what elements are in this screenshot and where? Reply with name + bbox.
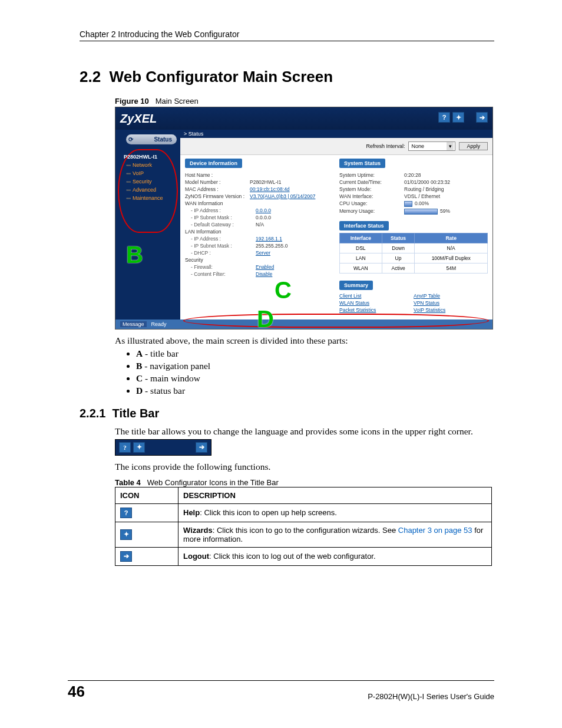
interface-status-table: InterfaceStatusRate DSLDownN/ALANUp100M/… (339, 233, 488, 274)
zyxel-logo: ZyXEL (120, 112, 157, 126)
device-info-row: - IP Subnet Mask :0.0.0.0 (185, 214, 333, 221)
list-item: C - main window (136, 373, 494, 384)
system-status-row: Current Date/Time:01/01/2000 00:23:32 (339, 179, 488, 186)
device-info-link[interactable]: 192.168.1.1 (256, 236, 282, 242)
statusbar-label: Message (120, 321, 147, 327)
table-row: ?Help: Click this icon to open up help s… (115, 503, 492, 522)
summary-link[interactable]: Packet Statistics (339, 307, 414, 314)
ss-nav-panel: ⟳Status P2802HWL-I1 NetworkVoIPSecurityA… (115, 130, 180, 319)
refresh-interval-select[interactable]: None (408, 141, 455, 151)
system-status-row: WAN Interface:VDSL / Ethernet (339, 193, 488, 200)
list-item: D - status bar (136, 386, 494, 396)
wizard-icon[interactable]: ✦ (133, 442, 145, 453)
device-info-link[interactable]: Disable (256, 271, 272, 277)
wizard-icon: ✦ (120, 529, 132, 540)
device-model: P2802HWL-I1 (121, 153, 174, 161)
device-info-row: Host Name : (185, 172, 333, 179)
table-row: DSLDownN/A (340, 243, 488, 253)
logout-icon: ➔ (120, 551, 132, 562)
device-info-link[interactable]: V3.70(AUA.0)b3 | 05/14/2007 (250, 193, 315, 199)
apply-button[interactable]: Apply (459, 142, 488, 150)
subsection-name: Title Bar (113, 407, 160, 420)
summary-link[interactable]: VoIP Statistics (414, 307, 488, 314)
sidebar-item-voip[interactable]: VoIP (121, 169, 174, 177)
system-status-row: System Mode:Routing / Bridging (339, 186, 488, 193)
device-info-row: - Content Filter:Disable (185, 271, 333, 278)
figure-title: Main Screen (156, 97, 199, 106)
icon-table-head-icon: ICON (115, 487, 178, 503)
device-info-link[interactable]: Enabled (256, 264, 274, 270)
device-info-link[interactable]: 00:19:cb:1c:08:4d (250, 186, 290, 192)
help-icon[interactable]: ? (119, 442, 131, 453)
device-info-link[interactable]: 0.0.0.0 (256, 207, 271, 213)
table-title: Web Configurator Icons in the Title Bar (147, 478, 279, 487)
figure-label: Figure 10 (115, 97, 149, 106)
device-info-row: ZyNOS Firmware Version :V3.70(AUA.0)b3 |… (185, 193, 333, 200)
interface-col: Status (382, 233, 415, 243)
device-info-link[interactable]: Server (256, 250, 270, 256)
sidebar-item-security[interactable]: Security (121, 177, 174, 186)
figure-caption: Figure 10 Main Screen (115, 97, 494, 106)
marker-b: B (126, 242, 143, 268)
subsection-title: 2.2.1 Title Bar (80, 407, 494, 420)
refresh-label: Refresh Interval: (366, 143, 405, 149)
interface-col: Interface (340, 233, 382, 243)
device-info-heading: Device Information (185, 159, 242, 168)
summary-heading: Summary (339, 281, 373, 290)
device-info-row: - Firewall:Enabled (185, 263, 333, 271)
list-item: B - navigation panel (136, 361, 494, 371)
chapter-header: Chapter 2 Introducing the Web Configurat… (80, 29, 494, 41)
device-info-row: - IP Address :192.168.1.1 (185, 235, 333, 242)
help-icon[interactable]: ? (438, 112, 450, 123)
wizard-icon[interactable]: ✦ (452, 112, 464, 123)
ss-title-bar: ZyXEL ? ✦ ➔ (115, 107, 492, 130)
intro-text: As illustrated above, the main screen is… (115, 335, 494, 346)
summary-link[interactable]: AnyIP Table (414, 292, 488, 299)
section-title: 2.2 Web Configurator Main Screen (80, 68, 494, 86)
system-status-row: System Uptime:0:20:28 (339, 172, 488, 179)
system-status-heading: System Status (339, 159, 385, 168)
xref-link[interactable]: Chapter 3 on page 53 (398, 526, 472, 535)
device-info-row: LAN Information (185, 228, 333, 235)
section-number: 2.2 (80, 68, 101, 85)
system-status-row: CPU Usage:0.00% (339, 200, 488, 207)
device-info-row: Security (185, 256, 333, 263)
icon-table: ICON DESCRIPTION ?Help: Click this icon … (115, 487, 492, 566)
status-button-label: Status (154, 136, 172, 143)
sidebar-item-network[interactable]: Network (121, 161, 174, 169)
breadcrumb: > Status (180, 130, 492, 138)
interface-status-heading: Interface Status (339, 221, 389, 230)
interface-col: Rate (415, 233, 488, 243)
subsection-number: 2.2.1 (80, 407, 105, 420)
device-info-row: - IP Address :0.0.0.0 (185, 207, 333, 214)
figure-main-screen: A ZyXEL ? ✦ ➔ ⟳Status P2802HWL-I1 Networ… (115, 107, 493, 330)
table-label: Table 4 (115, 478, 141, 487)
section-name: Web Configurator Main Screen (110, 68, 333, 85)
ss-status-bar: Message Ready (115, 319, 492, 329)
title-bar-icons-figure: ? ✦ ➔ (115, 439, 211, 456)
sidebar-item-maintenance[interactable]: Maintenance (121, 194, 174, 202)
system-status-row: Memory Usage:59% (339, 207, 488, 215)
table-caption: Table 4 Web Configurator Icons in the Ti… (115, 478, 494, 487)
logout-icon[interactable]: ➔ (476, 112, 488, 123)
icon-table-head-desc: DESCRIPTION (178, 487, 492, 503)
page-number: 46 (68, 683, 85, 701)
logout-icon[interactable]: ➔ (196, 442, 207, 453)
device-info-row: - IP Subnet Mask :255.255.255.0 (185, 242, 333, 249)
statusbar-value: Ready (151, 321, 167, 327)
table-row: WLANActive54M (340, 263, 488, 273)
sidebar-item-advanced[interactable]: Advanced (121, 186, 174, 194)
summary-link[interactable]: Client List (339, 292, 414, 299)
summary-link[interactable]: VPN Status (414, 299, 488, 307)
device-info-row: Model Number :P2802HWL-I1 (185, 179, 333, 186)
table-row: ✦Wizards: Click this icon to go to the c… (115, 522, 492, 547)
device-info-row: - DHCP :Server (185, 249, 333, 256)
device-info-row: - Default Gateway :N/A (185, 221, 333, 228)
subsection-p1: The title bar allows you to change the l… (115, 426, 494, 437)
help-icon: ? (120, 508, 132, 518)
list-item: A - title bar (136, 348, 494, 359)
parts-list: A - title barB - navigation panelC - mai… (115, 348, 494, 396)
table-row: LANUp100M/Full Duplex (340, 253, 488, 263)
status-button[interactable]: ⟳Status (126, 134, 177, 144)
summary-link[interactable]: WLAN Status (339, 299, 414, 307)
